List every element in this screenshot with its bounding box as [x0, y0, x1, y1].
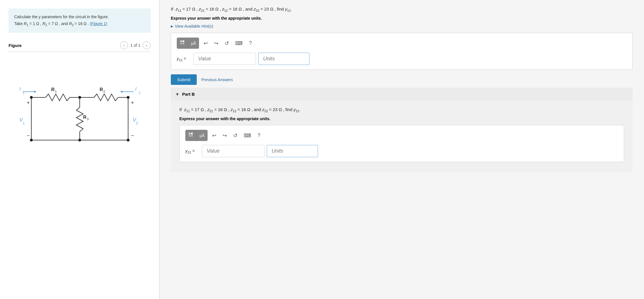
part-b-redo-button[interactable]: ↪	[221, 131, 229, 140]
part-a-value-input[interactable]	[193, 53, 256, 65]
part-b-eq-label: y21 =	[185, 148, 200, 154]
part-a-actions: Submit Previous Answers	[171, 74, 633, 85]
matrix-icon-button[interactable]	[177, 38, 188, 48]
figure-title: Figure	[9, 43, 22, 48]
svg-text:+: +	[27, 100, 30, 106]
undo-button[interactable]: ↩	[202, 39, 210, 48]
problem-description: Calculate the y parameters for the circu…	[9, 9, 151, 33]
part-b-express: Express your answer with the appropriate…	[179, 116, 624, 121]
part-b-body: If z11 = 17 Ω , z21 = 16 Ω , z12 = 16 Ω …	[171, 101, 633, 172]
right-panel: If z11 = 17 Ω , z21 = 16 Ω , z12 = 16 Ω …	[159, 0, 644, 299]
part-b-value-input[interactable]	[202, 145, 264, 157]
part-b-header[interactable]: ▼ Part B	[171, 88, 633, 101]
part-a-toolbar: μÅ ↩ ↪ ↺ ⌨ ?	[177, 38, 627, 49]
svg-rect-44	[189, 135, 190, 137]
svg-text:3: 3	[87, 117, 89, 121]
part-b-units-symbol-button[interactable]: μÅ	[197, 130, 207, 141]
svg-text:1: 1	[55, 90, 57, 93]
part-b-help-button[interactable]: ?	[256, 131, 262, 140]
keyboard-button[interactable]: ⌨	[233, 39, 244, 48]
submit-button[interactable]: Submit	[171, 74, 197, 85]
part-b-refresh-button[interactable]: ↺	[231, 131, 239, 140]
svg-text:2: 2	[136, 121, 138, 125]
part-b-matrix-icon-button[interactable]	[186, 130, 197, 141]
part-b-undo-button[interactable]: ↩	[210, 131, 218, 140]
part-b-problem: If z11 = 17 Ω , z21 = 16 Ω , z12 = 16 Ω …	[179, 106, 624, 114]
svg-text:2: 2	[139, 91, 140, 95]
figure-page-indicator: 1 of 1	[130, 43, 140, 48]
figure-next-button[interactable]: ›	[143, 41, 151, 49]
svg-text:R: R	[100, 87, 103, 92]
part-b-keyboard-button[interactable]: ⌨	[242, 131, 253, 140]
svg-rect-39	[182, 40, 184, 42]
svg-rect-45	[191, 135, 193, 137]
figure-navigation: ‹ 1 of 1 ›	[120, 41, 151, 49]
svg-text:+: +	[131, 100, 134, 106]
problem-text-line1: Calculate the y parameters for the circu…	[14, 15, 109, 19]
svg-text:R: R	[83, 115, 87, 120]
svg-rect-41	[182, 43, 184, 44]
svg-text:I: I	[135, 87, 137, 91]
svg-text:R: R	[51, 87, 55, 92]
help-button[interactable]: ?	[247, 39, 253, 47]
svg-marker-21	[120, 91, 122, 93]
part-b-label: Part B	[182, 92, 195, 97]
svg-rect-40	[180, 43, 182, 44]
figure-prev-button[interactable]: ‹	[120, 41, 128, 49]
svg-text:2: 2	[103, 90, 105, 93]
left-panel: Calculate the y parameters for the circu…	[0, 0, 159, 299]
hint-link[interactable]: View Available Hint(s)	[171, 24, 633, 28]
part-b-input-row: y21 =	[185, 145, 618, 157]
refresh-button[interactable]: ↺	[223, 39, 231, 48]
svg-marker-17	[34, 91, 36, 93]
part-a-units-input[interactable]	[258, 53, 309, 65]
svg-text:−: −	[131, 133, 134, 138]
svg-text:1: 1	[23, 121, 25, 125]
figure-link[interactable]: (Figure 1)	[90, 21, 107, 26]
part-b-units-input[interactable]	[267, 145, 318, 157]
svg-rect-43	[191, 133, 193, 134]
previous-answers-link[interactable]: Previous Answers	[201, 77, 233, 82]
svg-text:I: I	[19, 87, 21, 91]
part-a-eq-label: y11 =	[177, 56, 191, 62]
part-b-answer-box: μÅ ↩ ↪ ↺ ⌨ ? y21 =	[179, 125, 624, 162]
part-b-chevron: ▼	[175, 92, 179, 97]
svg-rect-38	[180, 40, 182, 42]
part-a-answer-box: μÅ ↩ ↪ ↺ ⌨ ? y11 =	[171, 33, 633, 70]
part-b-toolbar: μÅ ↩ ↪ ↺ ⌨ ?	[185, 130, 618, 141]
part-a-input-row: y11 =	[177, 53, 627, 65]
part-a-express: Express your answer with the appropriate…	[171, 16, 633, 21]
circuit-diagram: I 1 I 2 R 1 R 2 R 3 V 1 + − V 2	[9, 58, 151, 161]
figure-header: Figure ‹ 1 of 1 ›	[9, 41, 151, 52]
svg-text:−: −	[27, 133, 30, 138]
part-b-section: ▼ Part B If z11 = 17 Ω , z21 = 16 Ω , z1…	[171, 88, 633, 172]
matrix-button-group[interactable]: μÅ	[177, 38, 199, 49]
part-b-matrix-button-group[interactable]: μÅ	[185, 130, 208, 141]
redo-button[interactable]: ↪	[212, 39, 220, 48]
svg-rect-42	[189, 133, 190, 134]
part-a-problem: If z11 = 17 Ω , z21 = 16 Ω , z12 = 16 Ω …	[171, 6, 633, 13]
svg-text:1: 1	[23, 91, 24, 95]
units-symbol-button[interactable]: μÅ	[188, 38, 199, 48]
